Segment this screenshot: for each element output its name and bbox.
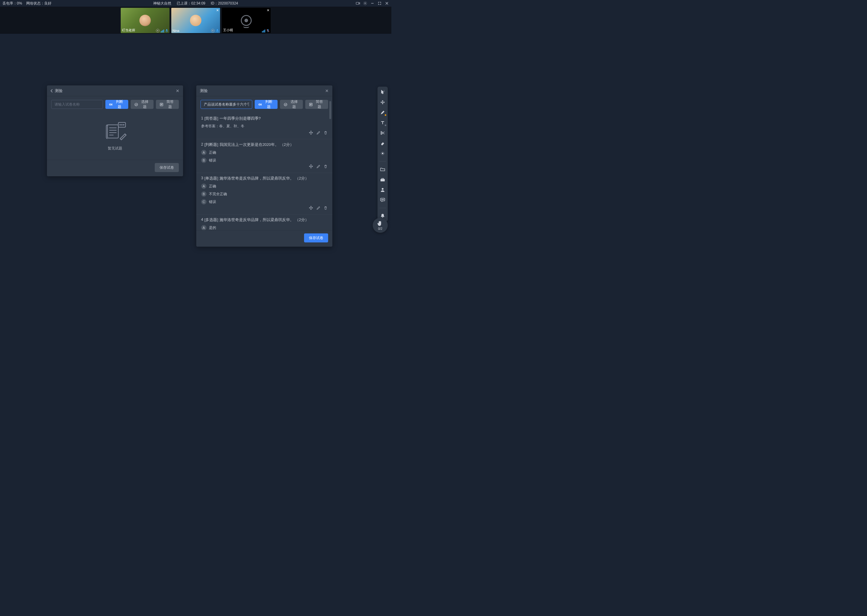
choice-icon [284,102,287,107]
choice-question-button[interactable]: 选择题 [131,100,153,109]
question-option[interactable]: A正确 [201,150,328,155]
svg-point-11 [121,124,122,125]
question-option[interactable]: A是的 [201,225,328,230]
svg-point-5 [109,104,111,105]
focus-icon[interactable] [156,29,159,33]
save-quiz-button[interactable]: 保存试卷 [304,233,328,242]
question-list[interactable]: 1 [简答题] 一年四季分别是哪四季? 参考答案：春、夏、秋、冬 2 [判断题]… [196,112,333,230]
short-answer-button[interactable]: 简答题 [305,100,328,109]
quiz-name-input[interactable] [200,100,252,109]
svg-point-20 [382,188,383,190]
video-tile-student[interactable]: ✕ 王小明 [222,8,271,33]
edit-icon[interactable] [316,130,320,135]
chat-icon[interactable] [380,197,386,203]
cursor-tool-icon[interactable] [380,89,386,95]
svg-point-18 [382,153,383,154]
panel-header: 测验 ✕ [47,85,183,96]
close-window-icon[interactable] [385,1,389,5]
option-badge: A [201,225,207,230]
close-icon[interactable]: ✕ [176,88,180,93]
question-title: 2 [判断题] 我国宪法上一次更新是在2020年。 （2分） [201,142,328,148]
choice-icon [134,102,138,107]
pen-tool-icon[interactable] [380,110,386,115]
fullscreen-icon[interactable] [377,1,382,5]
signal-bars-icon [161,30,164,33]
question-option[interactable]: B不完全正确 [201,191,328,197]
edit-icon[interactable] [316,206,320,210]
hand-icon [377,220,383,226]
svg-point-12 [123,124,124,125]
participant-name: 王小明 [223,28,233,33]
question-option[interactable]: A正确 [201,184,328,189]
network-status: 网络状态：良好 [26,1,52,6]
mic-icon[interactable] [165,29,168,33]
option-badge: A [201,184,207,189]
participant-name: Nina [172,29,180,33]
text-tool-icon[interactable] [380,120,386,126]
participant-name: 叮当老师 [122,28,135,33]
question-item: 4 [多选题] 施华洛世奇是反华品牌，所以梁鼎琪反华。 （2分） A是的 B不完… [196,214,333,230]
toolbox-icon[interactable] [380,176,386,182]
move-icon[interactable] [309,130,313,135]
question-item: 1 [简答题] 一年四季分别是哪四季? 参考答案：春、夏、秋、冬 [196,113,333,139]
hand-raise-badge[interactable]: 0/2 [373,218,388,233]
video-tile-student[interactable]: ✕ Nina [171,8,220,33]
video-tile-teacher[interactable]: 叮当老师 [121,8,169,33]
video-strip: 叮当老师 ✕ Nina ✕ 王小明 [0,6,391,34]
signal-bars-icon [262,30,265,33]
focus-icon[interactable] [211,29,214,33]
minimize-icon[interactable] [370,1,375,5]
short-answer-button[interactable]: 简答题 [156,100,179,109]
judge-question-button[interactable]: 判断题 [255,100,277,109]
option-badge: C [201,199,207,204]
delete-icon[interactable] [323,130,328,135]
close-icon[interactable]: ✕ [216,8,219,13]
svg-rect-3 [217,29,218,31]
question-option[interactable]: B错误 [201,158,328,163]
delete-icon[interactable] [323,206,328,210]
question-title: 1 [简答题] 一年四季分别是哪四季? [201,116,328,121]
close-icon[interactable]: ✕ [267,8,270,13]
panel-header: 测验 ✕ [196,85,333,96]
svg-point-10 [120,124,120,125]
short-answer-icon [309,102,313,107]
brightness-tool-icon[interactable] [380,150,386,156]
question-item: 3 [单选题] 施华洛世奇是反华品牌，所以梁鼎琪反华。 （2分） A正确 B不完… [196,173,333,214]
elapsed-time: 已上课：02:34:09 [177,1,205,6]
eraser-tool-icon[interactable] [380,140,386,146]
svg-rect-19 [380,179,385,181]
svg-point-1 [364,3,366,4]
panel-title: 测验 [55,88,63,94]
option-badge: B [201,191,207,197]
status-bar: 丢包率：0% 网络状态：良好 神秘大自然 已上课：02:34:09 ID：202… [0,0,391,6]
svg-point-16 [381,132,382,133]
move-icon[interactable] [309,164,313,168]
move-tool-icon[interactable] [380,99,386,105]
edit-icon[interactable] [316,164,320,168]
panel-title: 测验 [200,88,208,94]
judge-question-button[interactable]: 判断题 [106,100,128,109]
option-badge: A [201,150,207,155]
delete-icon[interactable] [323,164,328,168]
mic-muted-icon[interactable] [266,29,270,33]
choice-question-button[interactable]: 选择题 [280,100,303,109]
camera-switch-icon[interactable] [356,1,360,5]
reference-answer: 参考答案：春、夏、秋、冬 [201,124,328,129]
folder-icon[interactable] [380,167,386,172]
move-icon[interactable] [309,206,313,210]
course-title: 神秘大自然 [153,1,171,6]
quiz-name-input[interactable] [51,100,103,109]
question-option[interactable]: C错误 [201,199,328,204]
back-icon[interactable] [50,89,53,93]
settings-icon[interactable] [363,1,367,5]
mic-icon[interactable] [216,29,219,33]
hand-raise-count: 0/2 [378,227,382,230]
user-icon[interactable] [380,187,386,193]
scrollbar-thumb[interactable] [329,101,331,119]
session-id: ID：2020070324 [211,1,238,6]
save-quiz-button[interactable]: 保存试卷 [155,163,179,172]
question-title: 3 [单选题] 施华洛世奇是反华品牌，所以梁鼎琪反华。 （2分） [201,176,328,181]
scissors-tool-icon[interactable] [380,130,386,136]
close-icon[interactable]: ✕ [325,88,329,93]
quiz-panel-filled: 测验 ✕ 判断题 选择题 简答题 1 [简答题] 一年四季分别是哪四季? 参考答… [196,85,333,247]
